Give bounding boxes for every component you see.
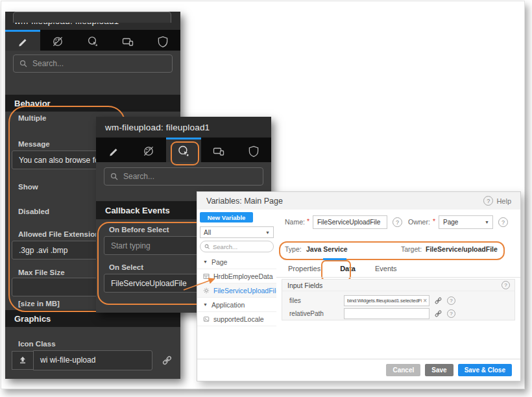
pencil-icon [107, 145, 120, 158]
target-value: FileService/uploadFile [426, 245, 498, 253]
search-icon [204, 244, 210, 250]
type-value: Java Service [306, 245, 348, 253]
variable-item-supportedlocale[interactable]: supportedLocale [197, 312, 276, 326]
detail-tabs: Properties Data Events [276, 260, 397, 277]
variable-search-input[interactable]: Search... [200, 241, 274, 252]
target-label: Target: [401, 245, 422, 253]
tab-events[interactable] [75, 30, 110, 51]
bind-link-icon[interactable] [434, 296, 442, 305]
tab-events[interactable] [166, 138, 201, 162]
input-fields-title: Input Fields [287, 282, 322, 289]
owner-select[interactable]: Page ▼ [439, 215, 493, 229]
search-placeholder: Search... [123, 172, 154, 181]
field-row-relativepath: relativePath ? [282, 307, 514, 320]
section-graphics-label: Graphics [14, 314, 51, 324]
message-value: You can also browse for f [19, 156, 106, 165]
variable-item-fileserviceuploadfile[interactable]: FileServiceUploadFile [197, 283, 276, 298]
variable-item-label: FileServiceUploadFile [213, 287, 280, 295]
input-fields-section: Input Fields ? files bind:Widgets.fileup… [282, 279, 515, 320]
help-icon[interactable]: ? [502, 281, 510, 289]
disabled-label: Disabled [18, 208, 49, 215]
devices-icon [212, 145, 225, 158]
tab-security[interactable] [236, 138, 271, 162]
owner-label: Owner: [408, 218, 430, 226]
tab-data[interactable]: Data [340, 265, 356, 272]
palette-icon [142, 145, 155, 158]
variable-group-label: Application [212, 301, 245, 309]
help-icon[interactable]: ? [498, 217, 508, 227]
active-tab-indicator [323, 258, 346, 260]
icon-class-label: Icon Class [18, 340, 56, 348]
panel1-search-input[interactable]: Search... [13, 54, 173, 73]
chevron-down-icon: ▼ [485, 220, 489, 224]
variable-list: ▼ Page HrdbEmployeeData [197, 255, 276, 326]
variable-filter-value: All [204, 229, 211, 236]
bind-link-icon[interactable] [434, 309, 442, 318]
files-bind-input[interactable]: bind:Widgets.fileupload1.selectedFiles × [344, 295, 429, 306]
bind-link-icon[interactable] [162, 355, 173, 366]
section-callback-label: Callback Events [105, 206, 170, 215]
search-icon [19, 60, 28, 68]
tabs-divider [276, 277, 520, 278]
palette-icon [51, 35, 64, 48]
tab-style[interactable] [40, 30, 75, 51]
tab-device[interactable] [110, 30, 145, 51]
cancel-button[interactable]: Cancel [386, 364, 420, 376]
save-and-close-button[interactable]: Save & Close [458, 364, 512, 376]
tab-markup[interactable] [5, 30, 40, 51]
variable-detail-form: Name: * FileServiceUploadFile ? Owner: *… [276, 210, 520, 359]
variable-group-application[interactable]: ▼ Application [197, 298, 276, 312]
panel-title-text: wm-fileupload: fileupload1 [105, 123, 210, 132]
tab-events[interactable]: Events [375, 265, 397, 272]
on-before-select-placeholder: Start typing [111, 241, 151, 250]
clipped-input-remnant [13, 12, 171, 23]
files-bind-value: bind:Widgets.fileupload1.selectedFiles [347, 298, 422, 304]
save-button[interactable]: Save [425, 364, 453, 376]
chevron-down-icon: ▼ [265, 230, 270, 235]
tab-security[interactable] [145, 30, 180, 51]
on-before-select-label: On Before Select [109, 226, 169, 234]
show-label: Show [18, 183, 38, 191]
events-icon [176, 144, 191, 158]
on-select-value: FileServiceUploadFile [111, 279, 187, 288]
relativepath-input[interactable] [344, 308, 429, 319]
collapse-triangle-icon: ▼ [203, 302, 208, 307]
variable-filter-select[interactable]: All ▼ [200, 226, 274, 238]
search-icon [110, 173, 119, 181]
panel-title: wm-fileupload: fileupload1 [96, 117, 271, 138]
name-owner-row: Name: * FileServiceUploadFile ? Owner: *… [276, 215, 520, 230]
input-fields-header: Input Fields ? [282, 280, 514, 291]
variable-group-label: Page [212, 258, 228, 266]
allowed-extensions-value: .3gp .avi .bmp [19, 246, 67, 255]
file-upload-icon [12, 351, 33, 370]
help-button[interactable]: ? Help [483, 196, 511, 206]
icon-class-value: wi wi-file-upload [40, 355, 95, 365]
field-label: files [289, 297, 301, 304]
field-row-files: files bind:Widgets.fileupload1.selectedF… [282, 294, 514, 307]
tab-style[interactable] [131, 138, 166, 162]
name-input[interactable]: FileServiceUploadFile [313, 215, 387, 229]
tab-markup[interactable] [96, 138, 131, 162]
variable-group-page[interactable]: ▼ Page [197, 255, 276, 269]
variable-item-label: supportedLocale [213, 315, 264, 323]
shield-icon [156, 35, 169, 48]
icon-class-input[interactable]: wi wi-file-upload [33, 350, 152, 370]
panel2-tabbar [96, 138, 271, 162]
section-behavior-label: Behavior [14, 99, 51, 108]
variables-dialog: Variables: Main Page ? Help New Variable… [197, 191, 521, 381]
tab-device[interactable] [201, 138, 236, 162]
table-icon [203, 273, 210, 280]
help-icon[interactable]: ? [393, 217, 402, 227]
new-variable-button[interactable]: New Variable [200, 212, 253, 223]
pencil-icon [16, 35, 29, 48]
variables-dialog-title: Variables: Main Page [206, 197, 283, 206]
help-icon[interactable]: ? [447, 309, 455, 318]
variable-item-hrdbemployeedata[interactable]: HrdbEmployeeData [197, 269, 276, 283]
panel2-search-input[interactable]: Search... [104, 167, 263, 186]
help-icon[interactable]: ? [447, 296, 455, 305]
required-asterisk: * [433, 217, 435, 225]
clear-icon[interactable]: × [423, 297, 427, 304]
tab-properties[interactable]: Properties [288, 265, 320, 272]
service-gear-icon [203, 287, 210, 294]
multiple-label: Multiple [18, 114, 46, 122]
